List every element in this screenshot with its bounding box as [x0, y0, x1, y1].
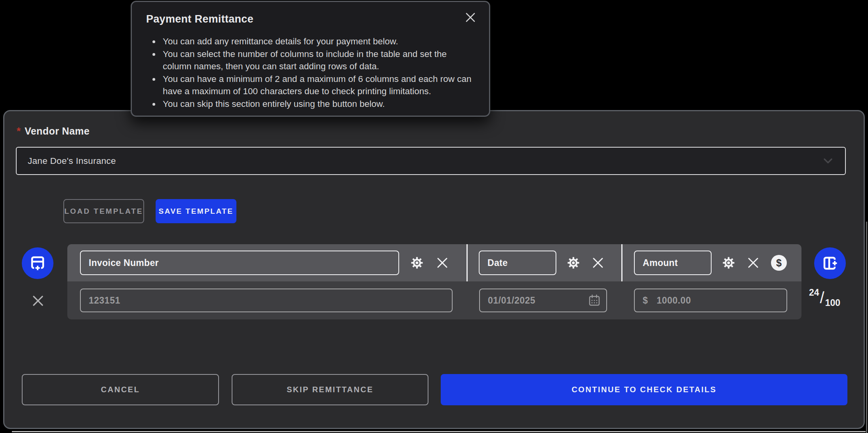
vendor-select[interactable]: Jane Doe's Insurance	[16, 147, 846, 175]
gear-icon	[409, 255, 424, 270]
add-column-button[interactable]	[814, 247, 846, 279]
cancel-button[interactable]: CANCEL	[22, 374, 219, 405]
delete-row-x-icon	[32, 295, 44, 307]
amount-value: 1000.00	[657, 295, 691, 306]
add-row-button[interactable]	[22, 247, 53, 279]
char-count-separator: /	[820, 290, 824, 306]
gear-icon	[721, 255, 736, 270]
remove-column-button-invoice[interactable]	[434, 255, 450, 271]
amount-prefix: $	[643, 295, 648, 306]
currency-column-badge[interactable]: $	[771, 255, 787, 271]
vendor-selected-value: Jane Doe's Insurance	[28, 156, 822, 166]
cell-input-invoice-number[interactable]	[80, 289, 453, 312]
calendar-icon[interactable]	[588, 294, 601, 307]
modal-bullet-item: You can select the number of columns to …	[160, 48, 477, 73]
close-icon	[436, 256, 449, 269]
add-column-icon	[821, 254, 839, 272]
delete-row-button[interactable]	[31, 294, 45, 308]
row-character-counter: 24 / 100	[809, 286, 840, 302]
close-icon	[747, 256, 760, 269]
column-divider	[621, 244, 622, 281]
char-count-max: 100	[825, 298, 840, 308]
screen: * Vendor Name Jane Doe's Insurance LOAD …	[0, 0, 868, 433]
payment-remittance-info-modal: Payment Remittance You can add any remit…	[131, 1, 490, 117]
column-settings-button-amount[interactable]	[721, 255, 737, 271]
screenshot-edge-artifact	[866, 222, 867, 433]
modal-bullet-item: You can add any remittance details for y…	[160, 35, 477, 48]
cell-date-wrapper	[479, 289, 607, 312]
load-template-button[interactable]: LOAD TEMPLATE	[63, 199, 144, 223]
cell-input-amount[interactable]: $ 1000.00	[634, 289, 787, 312]
vendor-label-text: Vendor Name	[25, 125, 89, 137]
column-divider	[466, 244, 468, 281]
modal-close-button[interactable]	[464, 11, 476, 23]
vendor-name-label: * Vendor Name	[17, 125, 89, 137]
modal-bullet-item: You can skip this section entirely using…	[160, 98, 477, 110]
modal-bullet-list: You can add any remittance details for y…	[160, 35, 477, 110]
gear-icon	[566, 255, 581, 270]
add-row-icon	[29, 254, 47, 272]
column-settings-button-invoice[interactable]	[409, 255, 425, 271]
skip-remittance-button[interactable]: SKIP REMITTANCE	[232, 374, 428, 405]
save-template-button[interactable]: SAVE TEMPLATE	[156, 199, 236, 223]
required-asterisk: *	[17, 125, 21, 137]
char-count-current: 24	[809, 287, 819, 298]
remittance-table: $ $ 1000.00	[67, 244, 801, 319]
remove-column-button-date[interactable]	[590, 255, 606, 271]
column-name-input-amount[interactable]	[634, 251, 712, 275]
close-icon	[592, 256, 604, 269]
column-name-input-date[interactable]	[479, 251, 556, 275]
screenshot-edge-artifact	[12, 431, 866, 432]
modal-bullet-item: You can have a minimum of 2 and a maximu…	[160, 73, 477, 98]
modal-title: Payment Remittance	[146, 13, 253, 25]
remove-column-button-amount[interactable]	[745, 255, 761, 271]
chevron-down-icon	[822, 158, 834, 165]
close-icon	[465, 12, 476, 23]
continue-to-check-details-button[interactable]: CONTINUE TO CHECK DETAILS	[441, 374, 847, 405]
column-name-input-invoice-number[interactable]	[80, 251, 399, 275]
column-settings-button-date[interactable]	[565, 255, 581, 271]
dollar-icon: $	[776, 257, 782, 269]
